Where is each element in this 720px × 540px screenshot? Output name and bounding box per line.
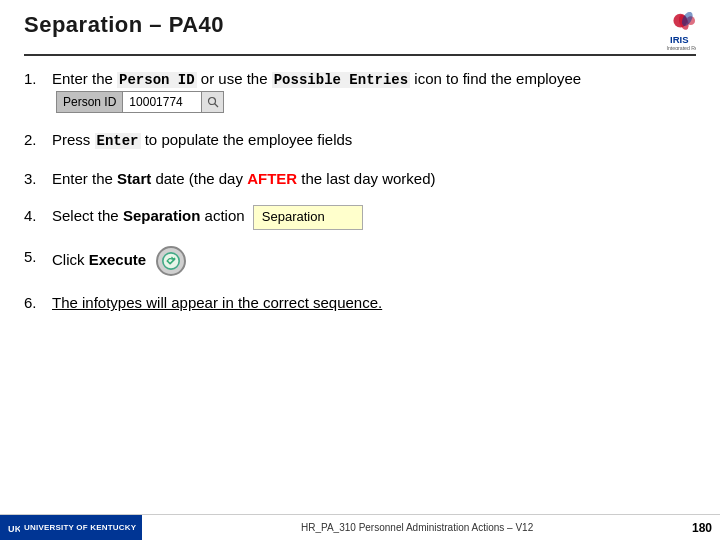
execute-label: Execute xyxy=(89,251,147,268)
step-6-text: The infotypes will appear in the correct… xyxy=(52,292,696,314)
step-6-number: 6. xyxy=(24,292,52,314)
start-label: Start xyxy=(117,170,151,187)
page-title: Separation – PA40 xyxy=(24,12,224,38)
step-5-text: Click Execute xyxy=(52,246,696,276)
page-container: Separation – PA40 IRIS Integrated Resour… xyxy=(0,0,720,540)
iris-logo-icon: IRIS Integrated Resource xyxy=(644,12,696,50)
field-value-person-id[interactable]: 10001774 xyxy=(122,91,202,113)
step-4-number: 4. xyxy=(24,205,52,227)
uk-university-text: UNIVERSITY OF KENTUCKY xyxy=(24,523,136,532)
step-4: 4. Select the Separation action Separati… xyxy=(24,205,696,230)
svg-text:Integrated Resource: Integrated Resource xyxy=(667,45,696,50)
footer: UK UNIVERSITY OF KENTUCKY HR_PA_310 Pers… xyxy=(0,514,720,540)
svg-point-8 xyxy=(163,253,179,269)
step-5: 5. Click Execute xyxy=(24,246,696,276)
step-2-text: Press Enter to populate the employee fie… xyxy=(52,129,696,151)
step-5-number: 5. xyxy=(24,246,52,268)
execute-svg-icon xyxy=(161,251,181,271)
field-label-person-id: Person ID xyxy=(56,91,122,113)
step-1-number: 1. xyxy=(24,68,52,90)
lookup-icon[interactable] xyxy=(202,91,224,113)
step-4-text: Select the Separation action Separation xyxy=(52,205,696,230)
separation-dropdown[interactable]: Separation xyxy=(253,205,363,230)
step-6: 6. The infotypes will appear in the corr… xyxy=(24,292,696,314)
step-6-underline-text: The infotypes will appear in the correct… xyxy=(52,294,382,311)
step-2-number: 2. xyxy=(24,129,52,151)
step-1-text: Enter the Person ID or use the Possible … xyxy=(52,68,696,113)
uk-logo: UK UNIVERSITY OF KENTUCKY xyxy=(0,515,142,541)
person-id-label: Person ID xyxy=(117,72,197,88)
footer-center-text: HR_PA_310 Personnel Administration Actio… xyxy=(142,522,692,533)
svg-text:UK: UK xyxy=(8,524,20,534)
step-1: 1. Enter the Person ID or use the Possib… xyxy=(24,68,696,113)
enter-key-label: Enter xyxy=(95,133,141,149)
header-row: Separation – PA40 IRIS Integrated Resour… xyxy=(24,12,696,56)
svg-line-7 xyxy=(214,104,218,108)
person-id-field: Person ID 10001774 xyxy=(56,91,224,113)
svg-text:IRIS: IRIS xyxy=(670,34,688,45)
separation-action-label: Separation xyxy=(123,208,201,225)
step-3-text: Enter the Start date (the day AFTER the … xyxy=(52,168,696,190)
iris-logo: IRIS Integrated Resource xyxy=(644,12,696,50)
step-3: 3. Enter the Start date (the day AFTER t… xyxy=(24,168,696,190)
svg-point-6 xyxy=(208,98,215,105)
possible-entries-label: Possible Entries xyxy=(272,72,410,88)
execute-button[interactable] xyxy=(156,246,186,276)
step-3-number: 3. xyxy=(24,168,52,190)
main-content: Separation – PA40 IRIS Integrated Resour… xyxy=(0,0,720,514)
uk-logo-icon: UK xyxy=(6,521,20,535)
after-highlight: AFTER xyxy=(247,170,297,187)
step-2: 2. Press Enter to populate the employee … xyxy=(24,129,696,151)
footer-page-number: 180 xyxy=(692,521,720,535)
